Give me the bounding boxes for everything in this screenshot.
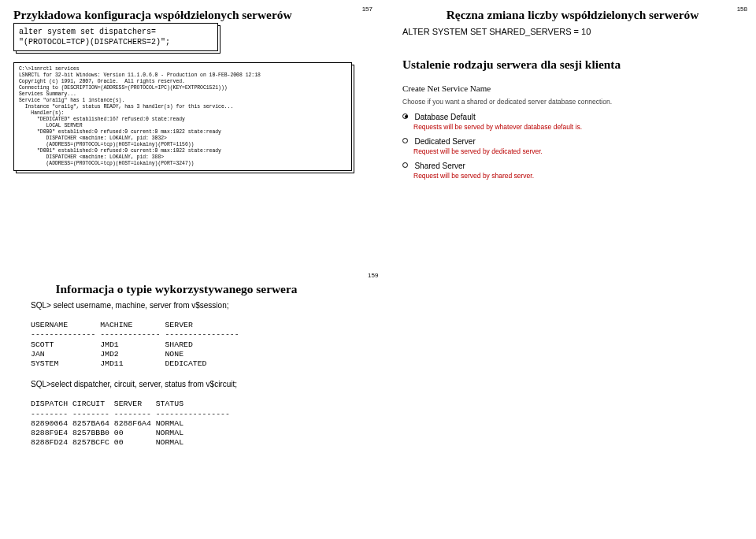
code-box-dispatchers: alter system set dispatchers= "(PROTOCOL… [13,23,218,51]
radio-row-dedicated[interactable]: Dedicated Server [402,133,743,147]
radio-row-db-default[interactable]: Database Default [402,109,743,123]
slide-159: 159 Informacja o typie wykorzystywanego … [6,271,751,534]
slide-158: 158 Ręczna zmiana liczby współdzielonych… [381,5,751,262]
slide-158-title: Ręczna zmiana liczby współdzielonych ser… [402,7,743,22]
radio-label-shared: Shared Server [414,162,465,170]
slide-157: 157 Przykładowa konfiguracja współdzielo… [6,5,376,262]
code-lsnrctl: C:\>lsnrctl services LSNRCTL for 32-bit … [13,62,352,171]
radio-label-db-default: Database Default [414,113,475,121]
radio-desc-shared: Request will be served by shared server. [413,172,743,180]
page-number: 157 [362,6,372,13]
alter-system-cmd: ALTER SYSTEM SET SHARED_SERVERS = 10 [402,27,743,36]
radio-icon [402,162,408,168]
radio-icon [402,113,408,119]
result-table-2: DISPATCH CIRCUIT SERVER STATUS -------- … [31,400,743,448]
panel-desc: Choose if you want a shared or dedicated… [402,98,743,106]
sql-query-2: SQL>select dispatcher, circuit, server, … [31,380,743,388]
page-number: 159 [368,272,378,279]
code-box-lsnrctl: C:\>lsnrctl services LSNRCTL for 32-bit … [13,62,352,171]
result-table-1: USERNAME MACHINE SERVER -------------- -… [31,321,743,369]
panel-heading: Create Net Service Name [402,84,743,93]
radio-row-shared[interactable]: Shared Server [402,158,743,172]
slide-158-subtitle: Ustalenie rodzaju serwera dla sesji klie… [402,57,743,72]
sql-query-1: SQL> select username, machine, server fr… [31,301,743,310]
page-number: 158 [737,6,747,13]
slide-157-title: Przykładowa konfiguracja współdzielonych… [13,7,297,22]
radio-icon [402,138,408,143]
slide-159-title: Informacja o typie wykorzystywanego serw… [31,281,322,296]
net-service-panel: Create Net Service Name Choose if you wa… [402,84,743,180]
radio-desc-db-default: Requests will be served by whatever data… [413,123,743,131]
radio-desc-dedicated: Request will be served by dedicated serv… [413,147,743,155]
radio-label-dedicated: Dedicated Server [414,137,475,146]
code-dispatchers: alter system set dispatchers= "(PROTOCOL… [13,23,218,51]
